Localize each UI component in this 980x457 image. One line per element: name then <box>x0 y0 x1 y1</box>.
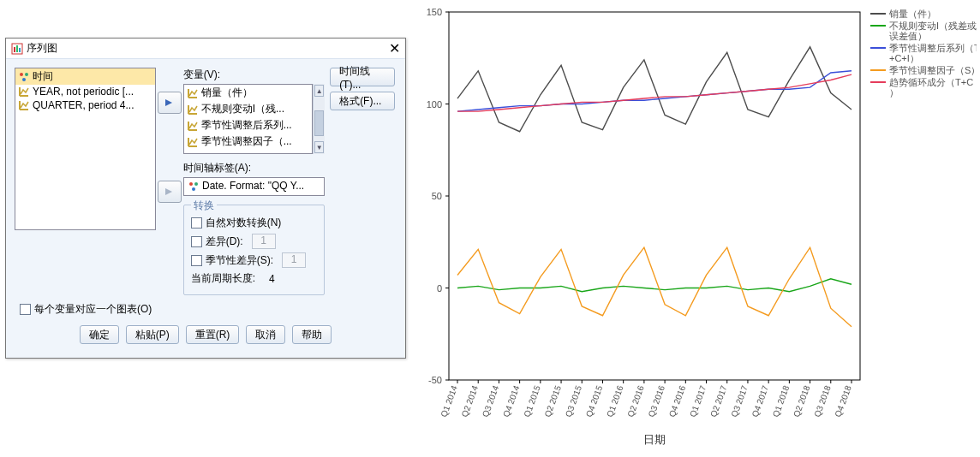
one-chart-checkbox[interactable] <box>20 304 31 315</box>
paste-label: 粘贴(P) <box>135 328 170 342</box>
svg-rect-1 <box>14 47 15 52</box>
svg-text:Q3 2016: Q3 2016 <box>647 384 667 418</box>
svg-text:季节性调整因子（S）: 季节性调整因子（S） <box>889 65 977 75</box>
svg-text:Q1 2017: Q1 2017 <box>688 384 708 418</box>
scroll-thumb[interactable] <box>314 110 324 136</box>
close-icon[interactable]: ✕ <box>389 43 400 55</box>
scrollbar[interactable]: ▲ ▼ <box>313 84 325 154</box>
list-item[interactable]: 不规则变动I（残... <box>184 101 312 117</box>
item-label: 季节性调整因子（... <box>201 134 292 149</box>
svg-text:Q2 2017: Q2 2017 <box>708 384 729 418</box>
svg-point-19 <box>189 182 193 186</box>
period-label: 当前周期长度: <box>191 271 255 286</box>
transform-group: 转换 自然对数转换(N) 差异(D): 1 季节性差异(S): 1 <box>183 205 325 295</box>
list-item[interactable]: 时间 <box>15 68 155 85</box>
scale-icon <box>187 87 199 99</box>
nominal-icon <box>18 71 30 83</box>
diff-row[interactable]: 差异(D): 1 <box>191 234 317 249</box>
period-value: 4 <box>269 273 275 285</box>
reset-label: 重置(R) <box>195 328 230 342</box>
item-label: QUARTER, period 4... <box>33 99 134 111</box>
svg-point-21 <box>192 187 195 191</box>
time-axis-label: 时间轴标签(A): <box>183 161 325 175</box>
svg-text:Q2 2015: Q2 2015 <box>542 384 563 418</box>
cancel-button[interactable]: 取消 <box>246 325 285 344</box>
time-axis-field[interactable]: Date. Format: "QQ Y... <box>183 177 325 196</box>
list-item[interactable]: 季节性调整因子（... <box>184 134 312 150</box>
diff-value[interactable]: 1 <box>252 234 276 249</box>
svg-text:Q3 2014: Q3 2014 <box>481 384 501 418</box>
help-button[interactable]: 帮助 <box>292 325 332 344</box>
dialog-title: 序列图 <box>27 41 389 56</box>
sdiff-label: 季节性差异(S): <box>206 253 273 268</box>
svg-text:Q4 2016: Q4 2016 <box>667 384 688 418</box>
scroll-up-icon[interactable]: ▲ <box>314 85 324 97</box>
timelines-label: 时间线(T)... <box>339 64 385 91</box>
scale-icon <box>18 99 30 111</box>
app-icon <box>11 43 23 55</box>
svg-text:趋势循环成分（T+C: 趋势循环成分（T+C <box>889 77 973 87</box>
sdiff-value[interactable]: 1 <box>282 252 306 268</box>
source-list[interactable]: 时间YEAR, not periodic [...QUARTER, period… <box>15 68 156 230</box>
svg-text:Q1 2016: Q1 2016 <box>605 384 625 418</box>
log-checkbox[interactable] <box>191 217 202 228</box>
svg-text:Q4 2017: Q4 2017 <box>750 384 771 418</box>
scale-icon <box>18 86 30 98</box>
diff-label: 差异(D): <box>206 234 243 249</box>
svg-text:Q1 2014: Q1 2014 <box>439 384 459 418</box>
scale-icon <box>187 104 199 116</box>
svg-rect-3 <box>19 48 21 52</box>
reset-button[interactable]: 重置(R) <box>186 325 240 344</box>
list-item[interactable]: 季节性调整后系列... <box>184 117 312 134</box>
item-label: 季节性调整后系列... <box>201 118 292 133</box>
scale-icon <box>187 120 199 132</box>
format-label: 格式(F)... <box>339 94 381 109</box>
svg-text:+C+I）: +C+I） <box>889 53 919 63</box>
svg-rect-22 <box>449 12 860 380</box>
list-item[interactable]: YEAR, not periodic [... <box>15 85 155 98</box>
list-item[interactable]: QUARTER, period 4... <box>15 98 155 112</box>
time-axis-value: Date. Format: "QQ Y... <box>202 180 304 192</box>
line-chart: -50050100150Q1 2014Q2 2014Q3 2014Q4 2014… <box>415 3 977 457</box>
svg-text:销量（件）: 销量（件） <box>888 9 936 19</box>
variables-list[interactable]: 销量（件）不规则变动I（残...季节性调整后系列...季节性调整因子（... <box>183 84 313 154</box>
svg-text:Q3 2018: Q3 2018 <box>812 384 833 418</box>
transform-legend: 转换 <box>191 199 217 213</box>
move-to-vars-button[interactable] <box>158 92 182 114</box>
chart-output: -50050100150Q1 2014Q2 2014Q3 2014Q4 2014… <box>415 3 977 457</box>
svg-text:100: 100 <box>427 99 442 110</box>
svg-text:Q4 2018: Q4 2018 <box>833 384 853 418</box>
svg-text:0: 0 <box>437 283 442 294</box>
sdiff-row[interactable]: 季节性差异(S): 1 <box>191 252 317 268</box>
nominal-icon <box>188 181 200 193</box>
ok-label: 确定 <box>89 328 110 342</box>
title-bar[interactable]: 序列图 ✕ <box>6 39 405 59</box>
paste-button[interactable]: 粘贴(P) <box>126 325 179 344</box>
move-to-axis-button[interactable] <box>158 181 182 203</box>
log-transform-row[interactable]: 自然对数转换(N) <box>191 216 317 230</box>
svg-point-5 <box>25 73 28 76</box>
svg-text:误差值）: 误差值） <box>889 31 927 41</box>
timelines-button[interactable]: 时间线(T)... <box>330 68 395 86</box>
svg-point-20 <box>194 182 198 186</box>
svg-point-6 <box>22 78 26 81</box>
item-label: 不规则变动I（残... <box>201 102 284 116</box>
list-item[interactable]: 销量（件） <box>184 85 312 101</box>
item-label: 销量（件） <box>201 86 253 100</box>
diff-checkbox[interactable] <box>191 236 202 247</box>
svg-text:Q4 2015: Q4 2015 <box>584 384 605 418</box>
svg-text:Q2 2014: Q2 2014 <box>460 384 481 418</box>
svg-text:日期: 日期 <box>643 433 666 446</box>
svg-point-4 <box>20 73 23 76</box>
ok-button[interactable]: 确定 <box>80 325 119 344</box>
one-chart-per-var-row[interactable]: 每个变量对应一个图表(O) <box>20 302 397 317</box>
svg-text:-50: -50 <box>428 375 442 385</box>
format-button[interactable]: 格式(F)... <box>330 92 395 110</box>
scroll-down-icon[interactable]: ▼ <box>314 141 324 153</box>
sdiff-checkbox[interactable] <box>191 255 202 266</box>
svg-text:50: 50 <box>432 191 442 201</box>
dialog-buttons: 确定 粘贴(P) 重置(R) 取消 帮助 <box>15 320 397 353</box>
svg-text:Q2 2018: Q2 2018 <box>792 384 812 418</box>
item-label: YEAR, not periodic [... <box>33 86 134 98</box>
svg-text:Q3 2017: Q3 2017 <box>729 384 750 418</box>
